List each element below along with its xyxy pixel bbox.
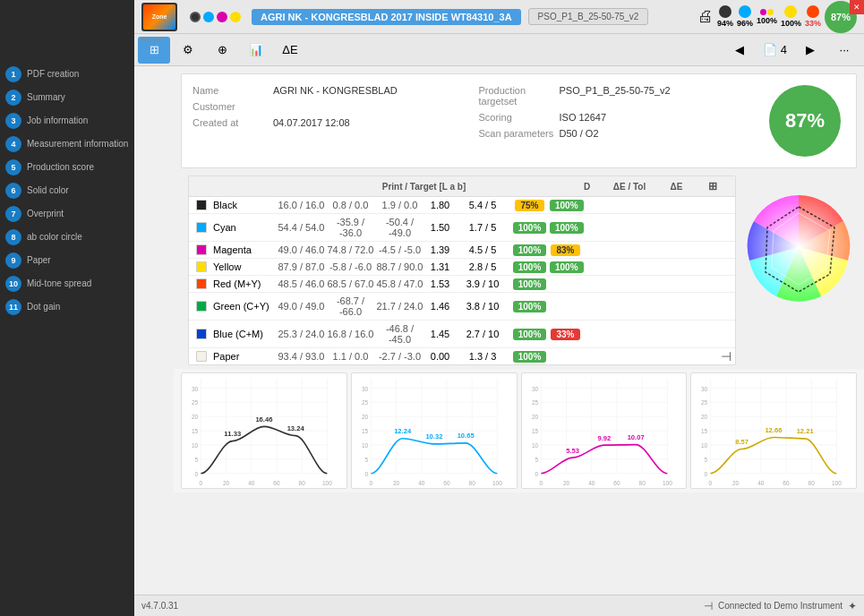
svg-text:30: 30 <box>531 386 538 392</box>
l-values: 49.0 / 46.0 <box>277 244 326 255</box>
b-values: 88.7 / 90.0 <box>375 261 424 272</box>
svg-text:40: 40 <box>757 480 765 486</box>
color-swatch <box>196 278 207 289</box>
svg-text:10: 10 <box>192 442 199 449</box>
svg-text:20: 20 <box>393 480 400 486</box>
de-badge: 100% <box>509 351 550 362</box>
svg-text:15: 15 <box>531 428 538 434</box>
table-row[interactable]: Yellow 87.9 / 87.0 -5.8 / -6.0 88.7 / 90… <box>189 259 735 276</box>
chart-yellow-chart: 051015202530 020406080100 8.5712.6612.21 <box>690 372 857 489</box>
annotation-badge-7: 7 <box>5 206 21 222</box>
svg-text:5.53: 5.53 <box>566 447 579 455</box>
annotation-label-11: Dot gain <box>27 302 60 312</box>
svg-text:5: 5 <box>364 457 368 463</box>
toolbar-btn-page[interactable]: 📄 4 <box>757 37 792 64</box>
job-title[interactable]: AGRI NK - KONGRESBLAD 2017 INSIDE WT8431… <box>252 9 521 25</box>
move-label: Move <box>141 35 161 44</box>
grid-score-badge: 100% <box>550 261 584 273</box>
annotation-2[interactable]: 2 Summary <box>0 86 134 109</box>
table-row[interactable]: Cyan 54.4 / 54.0 -35.9 / -36.0 -50.4 / -… <box>189 214 735 242</box>
annotation-4[interactable]: 4 Measurement information <box>0 133 134 156</box>
svg-text:12.66: 12.66 <box>766 426 783 434</box>
job-info-section: Name AGRI NK - KONGRESBLAD Customer Crea… <box>181 73 857 168</box>
color-swatch <box>196 244 207 255</box>
color-swatch <box>196 351 207 362</box>
app-logo: Zone <box>141 3 177 31</box>
l-values: 87.9 / 87.0 <box>277 261 326 272</box>
profile-tab[interactable]: PSO_P1_B_25-50-75_v2 <box>528 8 649 25</box>
annotation-11[interactable]: 11 Dot gain <box>0 295 134 319</box>
created-label: Created at <box>192 117 273 128</box>
toolbar-btn-more[interactable]: ··· <box>828 37 860 64</box>
svg-text:15: 15 <box>701 428 708 434</box>
annotation-badge-6: 6 <box>5 183 21 199</box>
chart-svg-1: 051015202530 020406080100 12.2410.3210.6… <box>352 373 517 488</box>
channel-black-score: 94% <box>717 19 733 28</box>
table-row[interactable]: Black 16.0 / 16.0 0.8 / 0.0 1.9 / 0.0 1.… <box>189 197 735 214</box>
annotation-9[interactable]: 9 Paper <box>0 249 134 272</box>
grid-badge: 100% <box>550 222 581 233</box>
annotation-6[interactable]: 6 Solid color <box>0 179 134 202</box>
de-tol-value: 3.9 / 10 <box>456 278 509 289</box>
a-values: 1.1 / 0.0 <box>326 351 375 362</box>
table-row[interactable]: Blue (C+M) 25.3 / 24.0 16.8 / 16.0 -46.8… <box>189 321 735 348</box>
annotation-label-3: Job information <box>27 116 88 126</box>
svg-text:100: 100 <box>832 480 842 486</box>
toolbar-btn-settings[interactable]: ⚙ <box>172 37 204 64</box>
channel-black-icon <box>719 5 731 18</box>
a-values: -35.9 / -36.0 <box>326 217 375 238</box>
annotation-10[interactable]: 10 Mid-tone spread <box>0 272 134 295</box>
grid-badge: 100% <box>550 200 581 210</box>
de-tol-value: 4.5 / 5 <box>456 244 509 255</box>
annotation-label-2: Summary <box>27 92 65 103</box>
color-wheel <box>740 175 857 319</box>
annotation-badge-2: 2 <box>5 90 21 106</box>
grid-badge: 33% <box>550 329 581 339</box>
grid-score-badge: 83% <box>551 244 579 256</box>
annotation-5[interactable]: 5 Production score <box>0 156 134 179</box>
annotation-1[interactable]: 1 PDF creation <box>0 63 134 86</box>
row-name: Yellow <box>213 261 241 272</box>
color-swatch <box>196 329 207 339</box>
color-dot-magenta <box>217 12 227 22</box>
toolbar-btn-add[interactable]: ⊕ <box>206 37 238 64</box>
svg-text:20: 20 <box>562 480 569 486</box>
table-row[interactable]: Magenta 49.0 / 46.0 74.8 / 72.0 -4.5 / -… <box>189 242 735 259</box>
de-score-badge: 100% <box>513 301 547 312</box>
name-value: AGRI NK - KONGRESBLAD <box>273 85 398 96</box>
row-name: Magenta <box>213 244 252 255</box>
table-row[interactable]: Paper 93.4 / 93.0 1.1 / 0.0 -2.7 / -3.0 … <box>189 348 735 364</box>
annotation-label-1: PDF creation <box>27 69 79 80</box>
de-score-badge: 100% <box>513 261 547 273</box>
production-table: Print / Target [L a b] D ΔE / Tol ΔE ⊞ B… <box>188 175 736 365</box>
d-value: 1.31 <box>424 261 456 272</box>
table-row[interactable]: Red (M+Y) 48.5 / 46.0 68.5 / 67.0 45.8 /… <box>189 276 735 293</box>
channel-yellow-score: 100% <box>781 19 801 28</box>
table-header: Print / Target [L a b] D ΔE / Tol ΔE ⊞ <box>189 176 735 197</box>
annotation-3[interactable]: 3 Job information <box>0 109 134 133</box>
svg-text:30: 30 <box>192 386 199 392</box>
de-score-badge: 100% <box>513 278 547 290</box>
annotation-8[interactable]: 8 ab color circle <box>0 226 134 249</box>
connection-status: Connected to Demo Instrument <box>718 601 843 611</box>
annotation-7[interactable]: 7 Overprint <box>0 202 134 226</box>
toolbar-btn-chart[interactable]: 📊 <box>240 37 272 64</box>
toolbar-btn-next[interactable]: ▶ <box>794 37 826 64</box>
table-row[interactable]: Green (C+Y) 49.0 / 49.0 -68.7 / -66.0 21… <box>189 293 735 321</box>
svg-text:5: 5 <box>705 457 708 463</box>
targetset-value: PSO_P1_B_25-50-75_v2 <box>560 85 671 107</box>
annotation-label-9: Paper <box>27 255 51 266</box>
toolbar-btn-prev[interactable]: ◀ <box>723 37 756 64</box>
close-button[interactable]: ✕ <box>850 0 864 14</box>
a-values: 16.8 / 16.0 <box>326 329 375 339</box>
toolbar-btn-delta-e[interactable]: ΔE <box>274 37 306 64</box>
created-value: 04.07.2017 12:08 <box>273 117 350 128</box>
annotation-label-5: Production score <box>27 162 94 173</box>
scoring-label: Scoring <box>479 112 560 123</box>
svg-text:15: 15 <box>192 428 199 434</box>
svg-text:80: 80 <box>808 480 816 486</box>
job-info-left: Name AGRI NK - KONGRESBLAD Customer Crea… <box>192 85 461 157</box>
svg-text:25: 25 <box>701 399 708 406</box>
channel-cyan-icon <box>739 5 751 18</box>
name-label: Name <box>192 85 273 96</box>
